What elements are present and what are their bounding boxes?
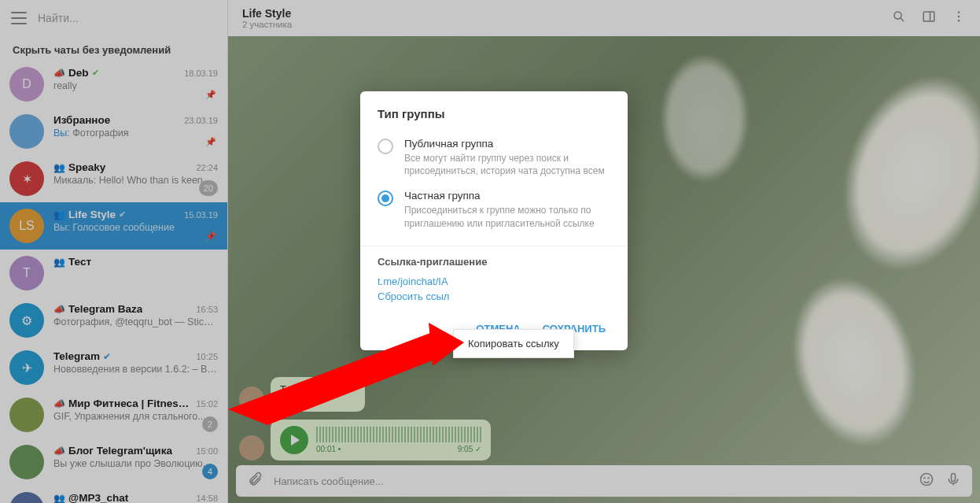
- group-type-modal: Тип группы Публичная группа Все могут на…: [360, 91, 628, 350]
- reset-link[interactable]: Сбросить ссыл: [360, 289, 628, 304]
- option-public-title: Публичная группа: [404, 138, 610, 150]
- context-menu: Копировать ссылку: [453, 329, 574, 358]
- modal-title: Тип группы: [360, 107, 628, 131]
- option-private-title: Частная группа: [404, 190, 610, 202]
- option-private-desc: Присоединиться к группе можно только по …: [404, 204, 610, 229]
- radio-private[interactable]: [378, 190, 393, 206]
- invite-link[interactable]: t.me/joinchat/IA: [360, 274, 628, 289]
- option-private-group[interactable]: Частная группа Присоединиться к группе м…: [360, 183, 628, 235]
- radio-public[interactable]: [378, 139, 393, 154]
- option-public-group[interactable]: Публичная группа Все могут найти группу …: [360, 131, 628, 183]
- context-copy-link[interactable]: Копировать ссылку: [454, 330, 573, 357]
- invite-link-title: Ссылка-приглашение: [360, 256, 628, 274]
- option-public-desc: Все могут найти группу через поиск и при…: [404, 152, 610, 177]
